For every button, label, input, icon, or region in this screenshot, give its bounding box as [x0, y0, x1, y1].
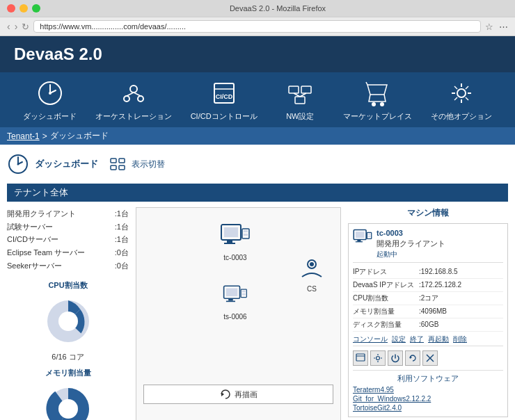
nav-bar: ダッシュボード オーケストレーション CI/CD — [0, 72, 515, 127]
list-item: Eclipse Team サーバー :0台 — [7, 246, 129, 259]
nav-label-dashboard: ダッシュボード — [23, 111, 77, 122]
forward-icon[interactable]: › — [15, 21, 18, 32]
svg-point-47 — [310, 262, 314, 266]
cs-label: CS — [307, 285, 317, 293]
nav-label-cicd: CI/CDコントロール — [191, 111, 258, 122]
console-link[interactable]: コンソール — [353, 334, 388, 344]
topo-node-ts0006[interactable]: ts-0006 — [220, 281, 251, 321]
marketplace-icon — [362, 78, 393, 108]
svg-rect-63 — [356, 354, 365, 361]
app-title: DevaaS 2.0 — [14, 45, 501, 64]
bookmark-icon[interactable]: ☆ — [485, 22, 493, 32]
svg-rect-41 — [227, 240, 232, 243]
action-icons — [353, 349, 503, 371]
machine-detail-row: CPU割当数 :2コア — [353, 292, 503, 305]
svg-rect-50 — [228, 298, 233, 300]
switch-view-button[interactable]: 表示切替 — [132, 159, 165, 170]
svg-point-1 — [49, 92, 52, 95]
svg-rect-51 — [226, 301, 235, 302]
svg-line-5 — [127, 92, 134, 96]
svg-point-16 — [380, 102, 384, 106]
topo-node-cs[interactable]: CS — [296, 253, 327, 293]
settings-icon-button[interactable] — [370, 350, 386, 366]
list-item: Seekerサーバー :0台 — [7, 259, 129, 273]
left-panel: 開発用クライアント :1台 試験サーバー :1台 CI/CDサーバー :1台 E… — [7, 207, 129, 420]
detail-key-ip: IPアドレス — [353, 266, 419, 277]
detail-key-memory: メモリ割当量 — [353, 306, 419, 317]
machine-type: 開発用クライアント — [377, 239, 445, 249]
machine-name: tc-0003 — [377, 228, 445, 239]
server-value: :1台 — [115, 207, 129, 220]
nav-item-dashboard[interactable]: ダッシュボード — [23, 78, 77, 122]
nav-item-orchestration[interactable]: オーケストレーション — [95, 78, 172, 122]
console-icon-button[interactable] — [353, 350, 368, 366]
restart-icon-button[interactable] — [405, 350, 420, 366]
server-value: :1台 — [115, 220, 129, 234]
nav-label-orchestration: オーケストレーション — [95, 111, 172, 122]
breadcrumb-separator: > — [42, 131, 47, 141]
switch-icon[interactable] — [109, 156, 126, 172]
center-panel: tc-0003 CS — [136, 207, 341, 420]
machine-detail-row: メモリ割当量 :4096MB — [353, 305, 503, 318]
delete-link[interactable]: 削除 — [453, 334, 467, 344]
redraw-button[interactable]: 再描画 — [143, 385, 333, 404]
back-icon[interactable]: ‹ — [7, 21, 10, 32]
redraw-icon — [219, 388, 232, 401]
delete-icon-button[interactable] — [422, 350, 438, 366]
nav-item-cicd[interactable]: CI/CD CI/CDコントロール — [191, 78, 258, 122]
svg-line-25 — [466, 86, 468, 89]
breadcrumb-tenant[interactable]: Tenant-1 — [7, 131, 40, 141]
software-item-git[interactable]: Git_for_Windows2.12.2.2 — [353, 394, 503, 403]
svg-line-24 — [466, 97, 468, 100]
settings-link[interactable]: 設定 — [392, 334, 406, 344]
nav-item-options[interactable]: その他オプション — [431, 78, 492, 122]
cs-icon — [296, 253, 327, 284]
main-content: 開発用クライアント :1台 試験サーバー :1台 CI/CDサーバー :1台 E… — [7, 207, 508, 420]
detail-key-cpu: CPU割当数 — [353, 293, 419, 304]
machine-status: 起動中 — [377, 250, 445, 259]
server-label: CI/CDサーバー — [7, 233, 58, 246]
server-label: Seekerサーバー — [7, 259, 62, 273]
maximize-button[interactable] — [32, 4, 40, 13]
topo-node-tc0003[interactable]: tc-0003 — [220, 222, 251, 261]
nav-item-marketplace[interactable]: マーケットプレイス — [343, 78, 412, 122]
close-button[interactable] — [7, 4, 15, 13]
svg-rect-62 — [368, 236, 371, 237]
software-item-tortoisegit[interactable]: TortoiseGit2.4.0 — [353, 403, 503, 412]
menu-icon[interactable]: ⋯ — [499, 22, 508, 32]
machine-details: IPアドレス :192.168.8.5 DevaaS IPアドレス :172.2… — [353, 266, 503, 332]
browser-chrome: DevaaS 2.0 - Mozilla Firefox ‹ › ↻ https… — [0, 0, 515, 36]
svg-rect-45 — [244, 234, 248, 236]
detail-val-cpu: :2コア — [419, 293, 438, 304]
svg-point-4 — [138, 96, 143, 102]
svg-point-3 — [124, 96, 129, 102]
stop-link[interactable]: 終了 — [410, 334, 424, 344]
detail-key-devaas-ip: DevaaS IPアドレス — [353, 280, 419, 291]
list-item: 試験サーバー :1台 — [7, 220, 129, 234]
svg-rect-29 — [111, 159, 116, 163]
server-label: 開発用クライアント — [7, 207, 76, 220]
detail-val-devaas-ip: :172.25.128.2 — [419, 280, 461, 291]
url-bar[interactable]: https://www.vm...............com/devaas/… — [33, 20, 481, 33]
power-off-icon-button[interactable] — [388, 350, 403, 366]
machine-header: tc-0003 開発用クライアント 起動中 — [353, 228, 503, 263]
svg-point-2 — [130, 86, 137, 92]
svg-rect-53 — [242, 291, 246, 292]
ts0006-icon — [220, 281, 251, 312]
reload-icon[interactable]: ↻ — [22, 22, 29, 32]
traffic-lights — [7, 4, 40, 13]
svg-rect-49 — [226, 289, 237, 296]
svg-point-34 — [58, 312, 78, 331]
browser-icons: ☆ ⋯ — [485, 22, 508, 32]
minimize-button[interactable] — [19, 4, 28, 13]
tc0003-icon — [220, 222, 251, 252]
software-item-teraterm[interactable]: Teraterm4.95 — [353, 385, 503, 394]
svg-point-65 — [377, 356, 380, 360]
redraw-label: 再描画 — [235, 389, 258, 400]
orchestration-icon — [118, 78, 149, 108]
nav-item-nw[interactable]: NW設定 — [276, 78, 324, 122]
memory-chart-container: 20480/32768 MB — [7, 381, 129, 420]
svg-rect-54 — [242, 293, 246, 295]
machine-detail-row: IPアドレス :192.168.8.5 — [353, 266, 503, 279]
restart-link[interactable]: 再起動 — [428, 334, 449, 344]
